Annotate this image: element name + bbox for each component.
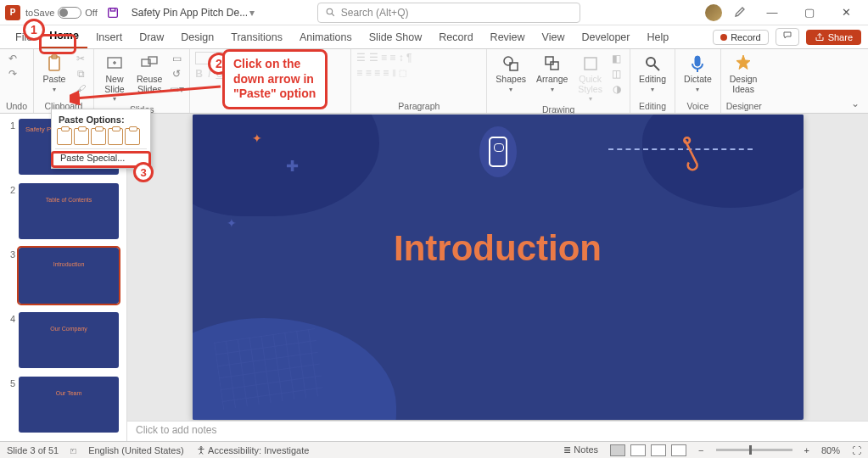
tab-insert[interactable]: Insert <box>87 28 131 48</box>
tab-transitions[interactable]: Transitions <box>222 28 291 48</box>
doc-dropdown-icon[interactable]: ▾ <box>249 7 255 19</box>
accessibility-status[interactable]: Accessibility: Investigate <box>196 445 310 455</box>
paste-option-3[interactable] <box>91 128 106 145</box>
notes-toggle[interactable]: ≣ Notes <box>563 444 598 455</box>
ribbon: ↶ ↷ Undo Paste ▾ ✂ ⧉ 🖌 Clipboard New Sli… <box>0 49 868 114</box>
layout-icon[interactable]: ▭ <box>169 52 184 65</box>
language-status[interactable]: English (United States) <box>88 445 184 455</box>
shape-fill-icon[interactable]: ◧ <box>609 52 624 65</box>
shape-outline-icon[interactable]: ◫ <box>609 67 624 81</box>
paste-option-2[interactable] <box>74 128 89 145</box>
svg-point-2 <box>327 8 333 14</box>
search-placeholder: Search (Alt+Q) <box>341 7 409 19</box>
paste-options-menu: Paste Options: Paste Special... <box>51 109 151 169</box>
window-maximize[interactable]: ▢ <box>797 1 822 25</box>
dictate-button[interactable]: Dictate▾ <box>680 52 715 95</box>
notes-pane[interactable]: Click to add notes <box>127 421 868 441</box>
comments-button[interactable] <box>776 28 799 46</box>
group-voice: Voice <box>680 101 715 112</box>
document-name[interactable]: Safety Pin App Pitch De... <box>132 7 248 19</box>
quick-styles-button[interactable]: Quick Styles▾ <box>574 52 606 104</box>
tab-help[interactable]: Help <box>638 28 677 48</box>
shapes-button[interactable]: Shapes▾ <box>492 52 529 95</box>
editing-button[interactable]: Editing▾ <box>636 52 669 95</box>
new-slide-button[interactable]: New Slide ▾ <box>99 52 130 104</box>
undo-icon[interactable]: ↶ <box>5 52 20 65</box>
record-button[interactable]: Record <box>713 30 768 45</box>
svg-rect-18 <box>695 56 700 66</box>
save-icon[interactable] <box>106 6 120 20</box>
tab-file[interactable]: File <box>7 28 41 48</box>
paste-option-4[interactable] <box>108 128 123 145</box>
zoom-slider[interactable] <box>716 449 792 451</box>
share-button[interactable]: Share <box>806 30 861 45</box>
window-minimize[interactable]: — <box>759 1 785 25</box>
thumbnail-4[interactable]: 4 Our Company <box>3 312 123 368</box>
zoom-in[interactable]: + <box>804 445 809 455</box>
group-font: Font <box>195 101 345 112</box>
paste-button[interactable]: Paste ▾ <box>39 52 70 95</box>
user-avatar[interactable] <box>705 4 722 21</box>
paste-dropdown-arrow[interactable]: ▾ <box>53 86 56 93</box>
arrange-button[interactable]: Arrange▾ <box>533 52 571 95</box>
svg-rect-14 <box>551 62 558 70</box>
window-close[interactable]: ✕ <box>834 1 860 25</box>
phone-graphic <box>479 126 517 177</box>
svg-rect-1 <box>110 8 115 10</box>
autosave[interactable]: toSave Off <box>25 7 98 19</box>
search-icon <box>325 7 336 18</box>
thumbnail-2[interactable]: 2 Table of Contents <box>3 183 123 239</box>
tab-slideshow[interactable]: Slide Show <box>361 28 431 48</box>
clipboard-icon <box>44 53 64 74</box>
safety-pin-graphic <box>680 135 702 169</box>
thumbnail-5[interactable]: 5 Our Team <box>3 377 123 433</box>
ribbon-collapse-icon[interactable]: ⌄ <box>767 49 868 113</box>
svg-point-21 <box>200 446 202 448</box>
tab-record[interactable]: Record <box>430 28 481 48</box>
ribbon-tabs: File Home Insert Draw Design Transitions… <box>0 25 868 49</box>
tab-animations[interactable]: Animations <box>291 28 361 48</box>
reuse-slides-button[interactable]: Reuse Slides <box>133 52 165 96</box>
slide-canvas-area[interactable]: ✦ ✚ ✦ Introduction <box>127 114 868 421</box>
slide-counter[interactable]: Slide 3 of 51 <box>7 445 59 455</box>
svg-line-3 <box>332 14 334 16</box>
autosave-toggle[interactable] <box>58 7 81 19</box>
view-sorter[interactable] <box>630 444 646 456</box>
search-box[interactable]: Search (Alt+Q) <box>317 3 580 23</box>
redo-icon[interactable]: ↷ <box>5 67 20 81</box>
paste-option-1[interactable] <box>57 128 72 145</box>
tab-home[interactable]: Home <box>41 26 87 48</box>
spellcheck-icon[interactable]: ⏍ <box>70 445 76 455</box>
view-reading[interactable] <box>651 444 666 456</box>
pen-icon[interactable] <box>734 4 748 20</box>
tab-view[interactable]: View <box>534 28 574 48</box>
view-normal[interactable] <box>610 444 625 456</box>
title-bar: P toSave Off Safety Pin App Pitch De... … <box>0 0 868 25</box>
section-icon[interactable]: ▭▾ <box>169 82 184 96</box>
tab-design[interactable]: Design <box>172 28 222 48</box>
zoom-level[interactable]: 80% <box>821 445 840 455</box>
reset-icon[interactable]: ↺ <box>169 67 184 81</box>
design-ideas-button[interactable]: Design Ideas <box>726 52 761 96</box>
slide-title[interactable]: Introduction <box>394 228 602 269</box>
zoom-out[interactable]: − <box>698 445 703 455</box>
format-painter-icon[interactable]: 🖌 <box>73 82 88 96</box>
paste-special-item[interactable]: Paste Special... <box>55 148 147 166</box>
svg-line-17 <box>654 65 659 70</box>
cut-icon[interactable]: ✂ <box>73 52 88 65</box>
group-paragraph: Paragraph <box>356 101 481 112</box>
view-slideshow[interactable] <box>671 444 686 456</box>
svg-point-16 <box>647 58 655 66</box>
svg-rect-0 <box>108 8 117 17</box>
paste-option-5[interactable] <box>125 128 140 145</box>
tab-review[interactable]: Review <box>482 28 534 48</box>
thumbnail-3[interactable]: 3 Introduction <box>3 248 123 304</box>
shape-effects-icon[interactable]: ◑ <box>609 82 624 96</box>
tab-draw[interactable]: Draw <box>131 28 172 48</box>
slide-content[interactable]: ✦ ✚ ✦ Introduction <box>193 114 804 420</box>
svg-rect-15 <box>585 58 596 70</box>
copy-icon[interactable]: ⧉ <box>73 67 88 81</box>
fit-to-window[interactable]: ⛶ <box>852 445 861 455</box>
group-editing: Editing <box>636 101 669 112</box>
tab-developer[interactable]: Developer <box>573 28 638 48</box>
